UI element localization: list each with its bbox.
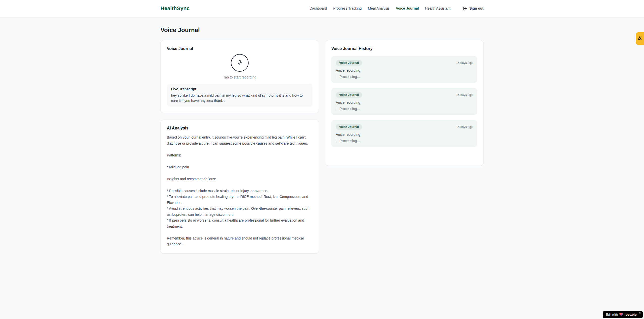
entry-timestamp: 15 days ago — [456, 61, 473, 65]
close-icon[interactable]: × — [639, 311, 641, 314]
recorder-card-title: Voice Journal — [167, 46, 313, 51]
tap-to-record-hint: Tap to start recording — [223, 75, 256, 79]
heart-icon — [619, 312, 623, 317]
sign-out-button[interactable]: Sign out — [463, 6, 484, 11]
nav-item-dashboard[interactable]: Dashboard — [310, 6, 327, 10]
history-entry[interactable]: Voice Journal 15 days ago Voice recordin… — [331, 56, 477, 83]
log-out-icon — [463, 6, 467, 11]
app-header: HealthSync Dashboard Progress Tracking M… — [0, 0, 644, 17]
nav-item-voice-journal[interactable]: Voice Journal — [396, 6, 419, 10]
live-transcript-label: Live Transcript — [171, 87, 308, 91]
page-title: Voice Journal — [160, 26, 484, 34]
voice-journal-history-card: Voice Journal History Voice Journal 15 d… — [325, 40, 484, 166]
app-logo[interactable]: HealthSync — [160, 5, 190, 11]
history-entry[interactable]: Voice Journal 15 days ago Voice recordin… — [331, 88, 477, 115]
edit-with-lovable-badge[interactable]: Edit with lovable × — [603, 311, 643, 318]
history-entry-list: Voice Journal 15 days ago Voice recordin… — [331, 56, 477, 147]
entry-status: Processing... — [336, 75, 473, 79]
entry-type-badge: Voice Journal — [336, 124, 362, 130]
nav-item-progress-tracking[interactable]: Progress Tracking — [333, 6, 362, 10]
microphone-icon — [237, 60, 243, 66]
entry-timestamp: 15 days ago — [456, 93, 473, 97]
sign-out-label: Sign out — [469, 6, 484, 10]
entry-status: Processing... — [336, 139, 473, 143]
lovable-brand-label: lovable — [625, 313, 637, 316]
live-transcript-text: hey so like I do have a mild pain in my … — [171, 93, 308, 103]
main-nav: Dashboard Progress Tracking Meal Analysi… — [310, 6, 484, 11]
entry-type-badge: Voice Journal — [336, 92, 362, 98]
entry-label: Voice recording — [336, 68, 473, 72]
history-card-title: Voice Journal History — [331, 46, 477, 51]
live-transcript-box: Live Transcript hey so like I do have a … — [167, 84, 313, 107]
main-content: Voice Journal Voice Journal — [160, 17, 484, 254]
history-entry[interactable]: Voice Journal 15 days ago Voice recordin… — [331, 120, 477, 147]
entry-label: Voice recording — [336, 132, 473, 137]
peak-logo-icon — [637, 36, 642, 42]
entry-status: Processing... — [336, 107, 473, 111]
record-button[interactable] — [231, 54, 249, 72]
entry-timestamp: 15 days ago — [456, 125, 473, 129]
entry-type-badge: Voice Journal — [336, 60, 362, 66]
entry-label: Voice recording — [336, 100, 473, 104]
ai-analysis-body: Based on your journal entry, it sounds l… — [167, 135, 313, 247]
voice-recorder-card: Voice Journal Tap to start recording — [160, 40, 319, 113]
nav-item-health-assistant[interactable]: Health Assistant — [425, 6, 450, 10]
side-tab-button[interactable] — [636, 32, 644, 45]
left-column: Voice Journal Tap to start recording — [160, 40, 319, 254]
ai-analysis-title: AI Analysis — [167, 126, 313, 130]
edit-with-label: Edit with — [606, 313, 618, 316]
nav-item-meal-analysis[interactable]: Meal Analysis — [368, 6, 390, 10]
ai-analysis-card: AI Analysis Based on your journal entry,… — [160, 120, 319, 254]
